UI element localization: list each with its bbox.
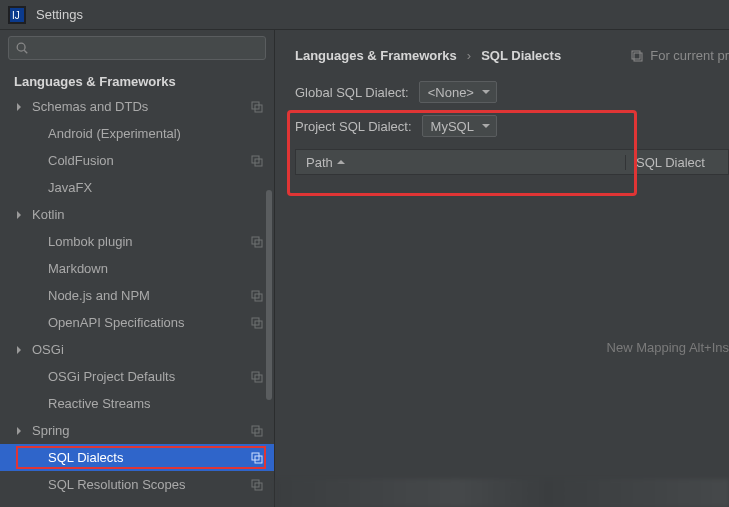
copy-icon <box>250 370 264 384</box>
sidebar-item-label: SQL Dialects <box>48 450 250 465</box>
sidebar-item-markdown[interactable]: Markdown <box>0 255 274 282</box>
sidebar-item-reactive-streams[interactable]: Reactive Streams <box>0 390 274 417</box>
scrollbar-thumb[interactable] <box>266 190 272 400</box>
sidebar-item-label: Spring <box>32 423 250 438</box>
window-title: Settings <box>36 7 83 22</box>
sidebar-item-label: JavaFX <box>48 180 264 195</box>
settings-sidebar: Languages & Frameworks Schemas and DTDsA… <box>0 30 275 507</box>
project-dialect-dropdown[interactable]: MySQL <box>422 115 497 137</box>
chevron-right-icon <box>14 426 24 436</box>
chevron-right-icon <box>14 210 24 220</box>
sidebar-item-coldfusion[interactable]: ColdFusion <box>0 147 274 174</box>
project-dialect-label: Project SQL Dialect: <box>295 119 412 134</box>
sidebar-item-lombok-plugin[interactable]: Lombok plugin <box>0 228 274 255</box>
scope-toggle[interactable]: For current pr <box>630 48 729 63</box>
sidebar-item-label: Node.js and NPM <box>48 288 250 303</box>
column-dialect-label: SQL Dialect <box>636 155 705 170</box>
copy-icon <box>630 49 644 63</box>
chevron-down-icon <box>482 122 490 130</box>
sidebar-item-spring[interactable]: Spring <box>0 417 274 444</box>
copy-icon <box>250 235 264 249</box>
sidebar-item-label: Kotlin <box>32 207 264 222</box>
search-icon <box>15 41 29 55</box>
sidebar-section-header: Languages & Frameworks <box>0 68 274 93</box>
sidebar-item-label: SQL Resolution Scopes <box>48 477 250 492</box>
global-dialect-label: Global SQL Dialect: <box>295 85 409 100</box>
column-path[interactable]: Path <box>296 155 626 170</box>
copy-icon <box>250 316 264 330</box>
settings-tree[interactable]: Schemas and DTDsAndroid (Experimental)Co… <box>0 93 274 507</box>
sidebar-item-sql-dialects[interactable]: SQL Dialects <box>0 444 274 471</box>
sidebar-item-label: OSGi <box>32 342 264 357</box>
breadcrumb-separator: › <box>467 48 471 63</box>
svg-rect-24 <box>634 53 642 61</box>
copy-icon <box>250 424 264 438</box>
sidebar-item-label: Markdown <box>48 261 264 276</box>
footer-blur <box>275 479 729 507</box>
copy-icon <box>250 478 264 492</box>
column-path-label: Path <box>306 155 333 170</box>
copy-icon <box>250 451 264 465</box>
settings-main-panel: Languages & Frameworks › SQL Dialects Fo… <box>275 30 729 507</box>
sidebar-item-javafx[interactable]: JavaFX <box>0 174 274 201</box>
sidebar-item-schemas-and-dtds[interactable]: Schemas and DTDs <box>0 93 274 120</box>
sidebar-item-label: ColdFusion <box>48 153 250 168</box>
sort-asc-icon <box>337 158 345 166</box>
sidebar-item-label: Schemas and DTDs <box>32 99 250 114</box>
search-field[interactable] <box>29 41 259 56</box>
sidebar-item-label: OSGi Project Defaults <box>48 369 250 384</box>
svg-line-4 <box>24 50 27 53</box>
sidebar-item-openapi-specifications[interactable]: OpenAPI Specifications <box>0 309 274 336</box>
global-dialect-value: <None> <box>428 85 474 100</box>
svg-point-3 <box>17 43 25 51</box>
breadcrumb-parent: Languages & Frameworks <box>295 48 457 63</box>
svg-text:IJ: IJ <box>12 10 20 21</box>
global-dialect-dropdown[interactable]: <None> <box>419 81 497 103</box>
copy-icon <box>250 154 264 168</box>
app-logo-icon: IJ <box>8 6 26 24</box>
svg-rect-23 <box>632 51 640 59</box>
sidebar-item-sql-resolution-scopes[interactable]: SQL Resolution Scopes <box>0 471 274 498</box>
search-input[interactable] <box>8 36 266 60</box>
chevron-right-icon <box>14 102 24 112</box>
breadcrumb-current: SQL Dialects <box>481 48 561 63</box>
titlebar: IJ Settings <box>0 0 729 30</box>
sidebar-item-label: OpenAPI Specifications <box>48 315 250 330</box>
project-dialect-value: MySQL <box>431 119 474 134</box>
dialect-table-header: Path SQL Dialect <box>295 149 729 175</box>
chevron-right-icon <box>14 345 24 355</box>
sidebar-item-osgi[interactable]: OSGi <box>0 336 274 363</box>
sidebar-item-label: Lombok plugin <box>48 234 250 249</box>
sidebar-item-kotlin[interactable]: Kotlin <box>0 201 274 228</box>
sidebar-item-label: Reactive Streams <box>48 396 264 411</box>
copy-icon <box>250 289 264 303</box>
sidebar-item-android-experimental-[interactable]: Android (Experimental) <box>0 120 274 147</box>
new-mapping-hint: New Mapping Alt+Ins <box>607 340 729 355</box>
column-dialect[interactable]: SQL Dialect <box>626 155 728 170</box>
chevron-down-icon <box>482 88 490 96</box>
sidebar-item-node-js-and-npm[interactable]: Node.js and NPM <box>0 282 274 309</box>
sidebar-item-label: Android (Experimental) <box>48 126 264 141</box>
scope-label: For current pr <box>650 48 729 63</box>
sidebar-item-osgi-project-defaults[interactable]: OSGi Project Defaults <box>0 363 274 390</box>
copy-icon <box>250 100 264 114</box>
